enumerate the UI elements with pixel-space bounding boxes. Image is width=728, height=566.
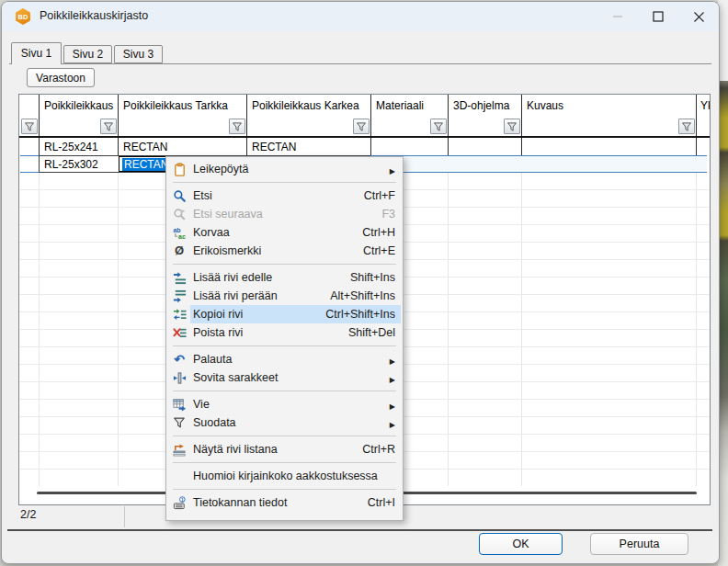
grid-line: [39, 173, 40, 486]
no-icon: [170, 469, 188, 483]
search-icon: [170, 188, 188, 203]
filter-button-3d-ohjelma[interactable]: [504, 119, 520, 134]
filter-button-materiaali[interactable]: [430, 119, 447, 134]
cell-row1-karkea[interactable]: RECTAN: [252, 141, 296, 153]
row-count-indicator: 2/2: [20, 508, 36, 521]
grid-line: [521, 173, 522, 486]
svg-text:ac: ac: [178, 233, 186, 240]
menu-item-lisaa-rivi-edelle[interactable]: Lisää rivi edelle Shift+Ins: [166, 268, 403, 287]
varastoon-button[interactable]: Varastoon: [27, 68, 95, 87]
menu-separator: [166, 485, 403, 493]
database-info-icon: 1: [170, 495, 188, 510]
menu-item-suodata[interactable]: Suodata: [166, 413, 403, 432]
filter-button-kuvaus[interactable]: [678, 119, 695, 134]
filter-funnel-icon: [24, 121, 35, 132]
filter-funnel-icon: [506, 121, 518, 132]
grid-line: [118, 173, 119, 486]
search-next-icon: [170, 207, 188, 221]
column-header-karkea[interactable]: Poikkileikkaus Karkea: [252, 99, 359, 112]
filter-funnel-icon: [103, 121, 114, 132]
filter-button-karkea[interactable]: [353, 119, 370, 134]
menu-separator: [166, 342, 403, 350]
submenu-arrow-icon: [385, 414, 395, 431]
submenu-arrow-icon: [385, 161, 395, 177]
filter-button-tarkka[interactable]: [229, 119, 245, 134]
app-icon: BD: [15, 8, 31, 25]
tab-sivu-2[interactable]: Sivu 2: [63, 45, 112, 63]
submenu-arrow-icon: [385, 396, 395, 413]
menu-item-sovita-sarakkeet[interactable]: Sovita sarakkeet: [166, 368, 403, 387]
replace-icon: abac: [170, 225, 188, 240]
maximize-icon: [653, 11, 664, 22]
menu-item-tietokannan-tiedot[interactable]: 1 Tietokannan tiedot Ctrl+I: [166, 493, 403, 512]
title-bar[interactable]: BD Poikkileikkauskirjasto: [2, 2, 719, 31]
filter-button-poikkileikkaus[interactable]: [100, 119, 117, 134]
menu-item-leikepoyta[interactable]: Leikepöytä: [166, 160, 403, 178]
export-icon: [170, 397, 188, 412]
cell-row1-poikkileikkaus[interactable]: RL-25x241: [44, 141, 98, 153]
tab-strip-baseline: [9, 63, 711, 64]
selected-row-tint: [370, 156, 707, 172]
delete-row-icon: [170, 325, 188, 340]
maximize-button[interactable]: [638, 2, 678, 31]
ok-button[interactable]: OK: [479, 533, 563, 555]
grid-line: [448, 173, 449, 486]
filter-funnel-icon: [232, 121, 243, 132]
menu-item-etsi-seuraava: Etsi seuraava F3: [166, 205, 403, 223]
filter-funnel-icon: [433, 121, 444, 132]
column-header-materiaali[interactable]: Materiaali: [376, 99, 424, 112]
menu-item-etsi[interactable]: Etsi Ctrl+F: [166, 187, 403, 205]
menu-item-poista-rivi[interactable]: Poista rivi Shift+Del: [166, 323, 403, 342]
special-character-icon: Ø: [170, 243, 188, 258]
tab-sivu-3[interactable]: Sivu 3: [114, 45, 163, 63]
menu-item-palauta[interactable]: ↶ Palauta: [166, 350, 403, 368]
selected-cell-text: RECTAN: [122, 158, 170, 171]
menu-separator: [166, 458, 403, 467]
menu-separator: [166, 387, 403, 395]
submenu-arrow-icon: [385, 351, 395, 368]
column-header-tarkka[interactable]: Poikkileikkaus Tarkka: [123, 99, 228, 112]
undo-icon: ↶: [170, 352, 188, 367]
filter-funnel-icon: [356, 121, 367, 132]
menu-separator: [166, 178, 403, 187]
insert-row-after-icon: [170, 289, 188, 303]
status-bar-divider: [124, 506, 125, 527]
minimize-button[interactable]: [597, 2, 638, 31]
insert-row-before-icon: [170, 270, 188, 285]
grid-line: [696, 173, 697, 486]
tab-sivu-1[interactable]: Sivu 1: [11, 42, 62, 64]
svg-text:1: 1: [180, 496, 183, 502]
menu-item-korvaa[interactable]: abac Korvaa Ctrl+H: [166, 223, 403, 242]
fit-columns-icon: [170, 370, 188, 385]
context-menu: Leikepöytä Etsi Ctrl+F Etsi seuraava F3 …: [165, 156, 404, 521]
cell-row1-tarkka[interactable]: RECTAN: [123, 141, 167, 153]
window-title: Poikkileikkauskirjasto: [40, 9, 148, 22]
menu-item-kopioi-rivi[interactable]: Kopioi rivi Ctrl+Shift+Ins: [166, 305, 403, 323]
column-header-3d-ohjelma[interactable]: 3D-ohjelma: [453, 99, 509, 112]
filter-button-rowheader[interactable]: [21, 119, 38, 134]
close-icon: [693, 11, 705, 23]
copy-row-icon: [170, 307, 188, 322]
column-header-kuvaus[interactable]: Kuvaus: [527, 99, 563, 112]
menu-separator: [166, 432, 403, 440]
minimize-icon: [612, 11, 623, 22]
menu-item-nayta-rivi-listana[interactable]: Näytä rivi listana Ctrl+R: [166, 440, 403, 458]
filter-icon: [170, 415, 188, 430]
close-button[interactable]: [678, 2, 719, 31]
content-bottom-edge: [7, 529, 712, 531]
menu-item-erikoismerkki[interactable]: Ø Erikoismerkki Ctrl+E: [166, 242, 403, 260]
menu-item-lisaa-rivi-peraan[interactable]: Lisää rivi perään Alt+Shift+Ins: [166, 287, 403, 305]
cell-row2-poikkileikkaus[interactable]: RL-25x302: [44, 158, 98, 171]
filter-funnel-icon: [681, 121, 692, 132]
column-header-yksikko[interactable]: Yks: [700, 99, 711, 112]
column-header-poikkileikkaus[interactable]: Poikkileikkaus: [44, 99, 113, 112]
menu-item-vie[interactable]: Vie: [166, 395, 403, 413]
menu-separator: [166, 260, 403, 268]
cancel-button[interactable]: Peruuta: [590, 533, 688, 555]
header-separator-line: [19, 136, 710, 138]
clipboard-icon: [170, 162, 188, 176]
submenu-arrow-icon: [385, 369, 395, 386]
menu-item-huomioi-kirjainkoko[interactable]: Huomioi kirjainkoko aakkostuksessa: [166, 467, 403, 485]
show-row-list-icon: [170, 442, 188, 457]
svg-text:ab: ab: [173, 226, 180, 232]
